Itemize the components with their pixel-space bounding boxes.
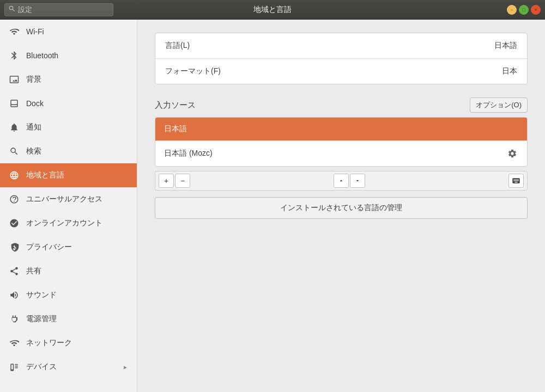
input-source-japanese[interactable]: 日本語 [155,118,527,140]
search-sidebar-icon [9,146,20,157]
toolbar-right-buttons [508,174,524,188]
window-title: 地域と言語 [253,5,292,15]
titlebar-left: 設定 [4,3,113,16]
sidebar-label-device: デバイス [26,362,116,372]
sidebar-item-search[interactable]: 検索 [0,139,137,163]
privacy-icon [9,242,20,253]
language-label: 言語(L) [165,41,190,51]
sidebar-item-device[interactable]: デバイス ► [0,355,137,379]
sidebar-item-universal[interactable]: ユニバーサルアクセス [0,187,137,211]
sidebar-label-share: 共有 [26,266,128,276]
sidebar-item-dock[interactable]: Dock [0,91,137,115]
language-value: 日本語 [494,41,517,51]
titlebar: 設定 地域と言語 − □ × [0,0,545,20]
sidebar-item-region[interactable]: 地域と言語 [0,163,137,187]
input-source-mozc-label: 日本語 (Mozc) [164,149,213,158]
main-content: Wi-Fi Bluetooth 背景 Dock 通知 [0,20,545,392]
device-icon [9,362,20,372]
add-input-source-button[interactable]: + [159,174,174,188]
search-box[interactable]: 設定 [4,3,113,16]
sidebar-item-sound[interactable]: サウンド [0,283,137,307]
close-button[interactable]: × [531,5,541,15]
bluetooth-icon [9,50,20,61]
sidebar-label-dock: Dock [26,99,128,108]
sidebar-label-background: 背景 [26,75,128,84]
language-format-card: 言語(L) 日本語 フォーマット(F) 日本 [155,33,528,84]
sidebar-label-network: ネットワーク [26,338,128,348]
sidebar-label-universal: ユニバーサルアクセス [26,194,128,204]
sidebar-item-online[interactable]: オンラインアカウント [0,211,137,235]
sidebar-item-share[interactable]: 共有 [0,259,137,283]
input-sources-header: 入力ソース オプション(O) [155,97,528,113]
input-source-mozc[interactable]: 日本語 (Mozc) [155,140,527,166]
mozc-settings-button[interactable] [506,148,518,160]
sidebar-label-notification: 通知 [26,122,128,132]
dock-icon [9,98,20,109]
maximize-button[interactable]: □ [519,5,529,15]
search-input-label: 設定 [18,5,32,15]
notification-icon [9,122,20,133]
sidebar-label-power: 電源管理 [26,314,128,324]
sidebar-item-background[interactable]: 背景 [0,68,137,91]
sidebar: Wi-Fi Bluetooth 背景 Dock 通知 [0,20,137,392]
sidebar-label-wifi: Wi-Fi [26,27,128,36]
sidebar-item-notification[interactable]: 通知 [0,115,137,139]
universal-icon [9,194,20,205]
input-source-toolbar: + − [155,171,528,191]
manage-languages-button[interactable]: インストールされている言語の管理 [155,197,528,219]
options-button[interactable]: オプション(O) [470,97,528,113]
keyboard-preview-button[interactable] [508,174,524,188]
move-down-button[interactable] [350,174,365,188]
language-row[interactable]: 言語(L) 日本語 [155,33,527,58]
sound-icon [9,290,20,301]
power-icon [9,314,20,324]
sidebar-item-power[interactable]: 電源管理 [0,307,137,331]
chevron-right-icon: ► [123,364,128,370]
sidebar-label-search: 検索 [26,146,128,156]
region-icon [9,170,20,181]
background-icon [9,74,20,85]
sidebar-item-privacy[interactable]: プライバシー [0,235,137,259]
share-icon [9,266,20,277]
sidebar-label-bluetooth: Bluetooth [26,51,128,60]
sidebar-label-sound: サウンド [26,290,128,300]
wifi-icon [9,26,20,37]
window-controls: − □ × [507,5,541,15]
online-icon [9,218,20,229]
sidebar-item-bluetooth[interactable]: Bluetooth [0,44,137,68]
input-source-japanese-label: 日本語 [164,124,187,134]
minimize-button[interactable]: − [507,5,517,15]
sidebar-item-network[interactable]: ネットワーク [0,331,137,355]
format-row[interactable]: フォーマット(F) 日本 [155,58,527,84]
format-label: フォーマット(F) [165,66,221,76]
content-area: 言語(L) 日本語 フォーマット(F) 日本 入力ソース オプション(O) 日本… [137,20,545,392]
sidebar-label-online: オンラインアカウント [26,218,128,228]
sidebar-label-privacy: プライバシー [26,242,128,252]
network-icon [9,338,20,348]
search-icon [8,5,16,14]
input-sources-card: 日本語 日本語 (Mozc) [155,117,528,167]
toolbar-center-buttons [334,174,365,188]
format-value: 日本 [502,66,517,76]
toolbar-left-buttons: + − [159,174,190,188]
sidebar-label-region: 地域と言語 [26,170,128,180]
input-sources-title: 入力ソース [155,100,196,111]
move-up-button[interactable] [334,174,349,188]
sidebar-item-wifi[interactable]: Wi-Fi [0,20,137,44]
remove-input-source-button[interactable]: − [175,174,190,188]
